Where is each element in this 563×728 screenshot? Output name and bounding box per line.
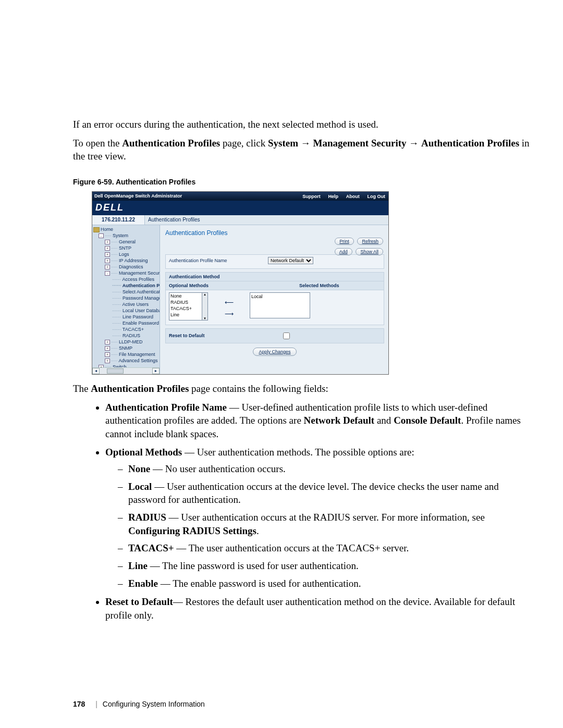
footer-section: Configuring System Information	[103, 700, 205, 708]
intro-paragraph-2: To open the Authentication Profiles page…	[73, 137, 532, 163]
collapse-icon[interactable]: -	[105, 271, 110, 276]
tree-lldp[interactable]: LLDP-MED	[119, 339, 143, 344]
text: — The line password is used for user aut…	[148, 560, 359, 571]
profile-name-panel: Authentication Profile Name Network Defa…	[165, 254, 384, 269]
print-button[interactable]: Print	[335, 238, 354, 245]
tree-ipaddr[interactable]: IP Addressing	[119, 258, 148, 263]
auth-method-panel: Authentication Method Optional Methods S…	[165, 272, 384, 325]
text: To open the	[73, 138, 122, 149]
fields-intro: The Authentication Profiles page contain…	[73, 382, 532, 396]
device-ip: 176.210.11.22	[92, 215, 145, 225]
opt-tacacs[interactable]: TACACS+	[169, 305, 202, 312]
dell-logo: DELL	[95, 202, 124, 213]
list-scroll-up-icon[interactable]: ▲	[202, 293, 207, 296]
tree-scrollbar[interactable]: ◄ ►	[92, 367, 160, 374]
list-item: None — No user authentication occurs.	[128, 462, 532, 476]
tree-access[interactable]: Access Profiles	[123, 277, 155, 282]
tree-tacacs[interactable]: TACACS+	[123, 327, 144, 332]
apply-changes-button[interactable]: Apply Changes	[253, 348, 296, 356]
tree-linepwd[interactable]: Line Password	[123, 314, 153, 319]
tree-logs[interactable]: Logs	[119, 252, 129, 257]
move-left-icon[interactable]: ⟵	[225, 299, 234, 306]
sel-local[interactable]: Local	[251, 294, 309, 299]
content-pane: Authentication Profiles Print Refresh Ad…	[160, 225, 388, 374]
opt-line[interactable]: Line	[169, 312, 202, 318]
text-bold: Reset to Default	[105, 596, 173, 607]
list-scroll-down-icon[interactable]: ▼	[202, 317, 207, 320]
field-list: Authentication Profile Name — User-defin…	[73, 401, 532, 622]
link-help[interactable]: Help	[325, 194, 341, 199]
expand-icon[interactable]: +	[105, 352, 110, 357]
expand-icon[interactable]: +	[105, 340, 110, 344]
tree-snmp[interactable]: SNMP	[119, 346, 132, 351]
expand-icon[interactable]: +	[105, 346, 110, 351]
tree-adv[interactable]: Advanced Settings	[119, 358, 158, 363]
move-right-icon[interactable]: ⟶	[225, 310, 234, 317]
text-bold: None	[128, 463, 150, 474]
tree-msec[interactable]: Management Security	[119, 270, 160, 276]
optional-methods-list[interactable]: None RADIUS TACACS+ Line	[169, 292, 202, 320]
link-logout[interactable]: Log Out	[364, 194, 389, 199]
tree-general[interactable]: General	[119, 239, 136, 244]
list-item: Local — User authentication occurs at th…	[128, 480, 532, 507]
opt-radius[interactable]: RADIUS	[169, 299, 202, 305]
expand-icon[interactable]: +	[105, 258, 110, 263]
tree-diag[interactable]: Diagnostics	[119, 264, 143, 269]
link-support[interactable]: Support	[299, 194, 324, 199]
tree-selauth[interactable]: Select Authenticatio	[123, 289, 160, 294]
tree-filemgm[interactable]: File Management	[119, 352, 155, 357]
tree-activeusers[interactable]: Active Users	[123, 302, 149, 307]
expand-icon[interactable]: +	[105, 246, 110, 251]
text: — User authentication methods. The possi…	[182, 447, 414, 458]
crumb-row: 176.210.11.22 Authentication Profiles	[92, 215, 388, 225]
tree-localdb[interactable]: Local User Database	[123, 308, 160, 313]
nav-tree[interactable]: Home -····· System +····· General +·····…	[92, 225, 160, 374]
list-item: Line — The line password is used for use…	[128, 559, 532, 573]
list-item: Reset to Default— Restores the default u…	[105, 595, 532, 622]
tree-enablepwd[interactable]: Enable Password	[123, 320, 159, 326]
scroll-thumb[interactable]	[107, 368, 124, 374]
intro-paragraph-1: If an error occurs during the authentica…	[73, 118, 532, 131]
text-bold: Optional Methods	[105, 447, 182, 458]
expand-icon[interactable]: +	[105, 359, 110, 363]
showall-button[interactable]: Show All	[356, 248, 383, 255]
opt-none[interactable]: None	[169, 293, 202, 299]
tree-home[interactable]: Home	[101, 227, 113, 232]
selected-methods-list[interactable]: Local	[250, 292, 310, 318]
reset-checkbox[interactable]	[283, 332, 290, 339]
tree-radius[interactable]: RADIUS	[123, 333, 140, 338]
arrow: →	[298, 138, 313, 149]
page-title: Authentication Profiles	[165, 229, 384, 237]
list-item: TACACS+ — The user authentication occurs…	[128, 541, 532, 555]
add-button[interactable]: Add	[335, 248, 352, 255]
profile-name-label: Authentication Profile Name	[169, 258, 268, 263]
collapse-icon[interactable]: -	[99, 233, 104, 238]
scroll-left-icon[interactable]: ◄	[92, 368, 100, 374]
text-bold: Authentication Profiles	[421, 138, 519, 149]
expand-icon[interactable]: +	[105, 240, 110, 244]
figure-caption: Figure 6-59. Authentication Profiles	[73, 178, 532, 186]
home-icon	[93, 227, 100, 232]
link-about[interactable]: About	[343, 194, 363, 199]
breadcrumb: Authentication Profiles	[145, 215, 388, 225]
text-bold: RADIUS	[128, 512, 166, 523]
scroll-right-icon[interactable]: ►	[152, 368, 160, 374]
list-item: Authentication Profile Name — User-defin…	[105, 401, 532, 441]
expand-icon[interactable]: +	[105, 265, 110, 269]
text-bold: Console Default	[394, 415, 461, 426]
tree-sntp[interactable]: SNTP	[119, 245, 131, 251]
text-bold: Authentication Profiles	[91, 383, 189, 394]
sub-list: None — No user authentication occurs. Lo…	[105, 462, 532, 590]
text: — User authentication occurs at the devi…	[128, 481, 499, 505]
expand-icon[interactable]: +	[105, 252, 110, 257]
text: .	[256, 525, 259, 536]
tree-pwdmgm[interactable]: Password Managem	[123, 295, 160, 301]
tree-system[interactable]: System	[113, 233, 128, 238]
app-title: Dell OpenManage Switch Administrator	[92, 193, 299, 199]
text: and	[374, 415, 394, 426]
tree-authpro-selected[interactable]: Authentication Pro	[123, 283, 160, 288]
text-bold: Authentication Profile Name	[105, 402, 227, 413]
refresh-button[interactable]: Refresh	[357, 238, 383, 245]
profile-name-select[interactable]: Network Default	[268, 257, 313, 264]
text-bold: Configuring RADIUS Settings	[128, 525, 256, 536]
